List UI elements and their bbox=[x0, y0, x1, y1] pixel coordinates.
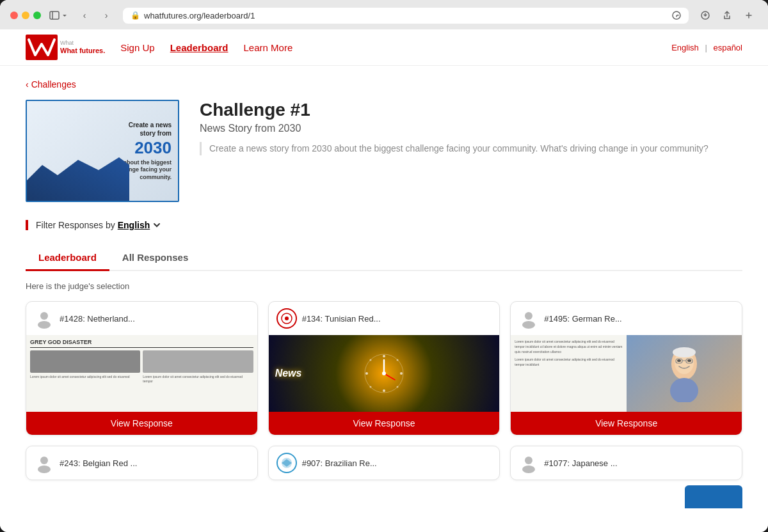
challenge-info: Challenge #1 News Story from 2030 Create… bbox=[200, 100, 742, 155]
svg-point-11 bbox=[365, 372, 368, 375]
svg-point-34 bbox=[525, 457, 532, 464]
svg-point-19 bbox=[382, 372, 386, 375]
sidebar-toggle[interactable] bbox=[49, 10, 68, 21]
svg-point-7 bbox=[285, 317, 289, 320]
back-link-text: Challenges bbox=[31, 79, 76, 90]
partial-card-243-title: #243: Belgian Red ... bbox=[60, 458, 137, 468]
url-text: whatfutures.org/leaderboard/1 bbox=[144, 11, 255, 20]
browser-chrome: ‹ › 🔒 whatfutures.org/leaderboard/1 bbox=[0, 0, 768, 29]
elder-text-content: Lorem ipsum dolor sit amet consectetur a… bbox=[511, 335, 626, 412]
address-bar[interactable]: 🔒 whatfutures.org/leaderboard/1 bbox=[123, 8, 689, 24]
lang-separator: | bbox=[705, 43, 707, 52]
svg-point-12 bbox=[400, 372, 403, 375]
response-card-1495: #1495: German Re... Lorem ipsum dolor si… bbox=[510, 301, 742, 435]
svg-point-32 bbox=[38, 465, 51, 473]
back-arrow-icon: ‹ bbox=[26, 79, 29, 90]
filter-label: Filter Responses by bbox=[36, 220, 115, 230]
svg-point-24 bbox=[677, 359, 681, 362]
svg-point-9 bbox=[383, 355, 385, 357]
brazilian-logo-icon bbox=[276, 453, 297, 473]
svg-point-4 bbox=[40, 312, 48, 320]
svg-point-15 bbox=[369, 386, 371, 388]
challenge-image: Create a news story from 2030 about the … bbox=[26, 100, 179, 202]
svg-point-31 bbox=[40, 457, 48, 464]
share-icon[interactable] bbox=[718, 6, 736, 24]
partial-card-907-title: #907: Brazilian Re... bbox=[302, 458, 377, 468]
avatar-icon-3 bbox=[34, 453, 54, 473]
tab-leaderboard[interactable]: Leaderboard bbox=[26, 246, 109, 271]
svg-point-20 bbox=[525, 312, 532, 320]
partial-card-1077-title: #1077: Japanese ... bbox=[544, 458, 617, 468]
avatar-icon-4 bbox=[518, 453, 539, 473]
partial-card-907-header: #907: Brazilian Re... bbox=[269, 446, 500, 480]
download-icon[interactable] bbox=[696, 6, 714, 24]
svg-point-10 bbox=[383, 389, 385, 392]
view-response-button-1428[interactable]: View Response bbox=[26, 412, 257, 435]
avatar-icon-2 bbox=[518, 308, 539, 329]
nav-signup[interactable]: Sign Up bbox=[120, 42, 154, 53]
chevron-down-icon bbox=[152, 221, 161, 230]
elder-photo bbox=[627, 335, 742, 412]
filter-selected: English bbox=[118, 220, 150, 230]
avatar-icon bbox=[34, 308, 54, 329]
card-1428-header: #1428: Netherland... bbox=[26, 302, 257, 335]
partial-card-243: #243: Belgian Red ... bbox=[26, 446, 258, 480]
back-button[interactable]: ‹ bbox=[76, 6, 93, 24]
svg-rect-0 bbox=[50, 12, 59, 19]
browser-window: ‹ › 🔒 whatfutures.org/leaderboard/1 bbox=[0, 0, 768, 532]
svg-point-35 bbox=[522, 465, 535, 473]
svg-point-14 bbox=[396, 359, 398, 361]
tab-all-responses[interactable]: All Responses bbox=[109, 246, 201, 271]
filter-section: Filter Responses by English bbox=[26, 220, 742, 230]
logo-icon bbox=[26, 35, 58, 60]
view-response-button-134[interactable]: View Response bbox=[269, 412, 500, 435]
card-1428-title: #1428: Netherland... bbox=[60, 314, 135, 324]
maximize-button[interactable] bbox=[33, 12, 41, 19]
judge-selection-label: Here is the judge's selection bbox=[26, 281, 742, 291]
back-to-challenges[interactable]: ‹ Challenges bbox=[26, 79, 76, 90]
svg-point-5 bbox=[38, 321, 51, 329]
lang-spanish[interactable]: español bbox=[713, 43, 742, 52]
lang-english[interactable]: English bbox=[671, 43, 699, 52]
svg-point-13 bbox=[369, 359, 371, 361]
newspaper-headline: GREY GOD DISASTER bbox=[30, 339, 253, 348]
main-nav: Sign Up Leaderboard Learn More bbox=[120, 42, 292, 53]
card-1428-image: GREY GOD DISASTER Lorem ipsum dolor sit … bbox=[26, 335, 257, 412]
svg-point-21 bbox=[522, 321, 535, 329]
challenge-subtitle: News Story from 2030 bbox=[200, 123, 742, 134]
traffic-lights bbox=[10, 12, 41, 19]
card-1495-header: #1495: German Re... bbox=[511, 302, 742, 335]
browser-navigation: ‹ › bbox=[76, 6, 115, 24]
tunisian-logo-icon bbox=[276, 308, 297, 329]
partial-card-1077-header: #1077: Japanese ... bbox=[511, 446, 742, 480]
partial-blue-button[interactable] bbox=[685, 485, 742, 508]
new-tab-icon[interactable] bbox=[740, 6, 758, 24]
challenge-section: Create a news story from 2030 about the … bbox=[26, 100, 742, 202]
forward-button[interactable]: › bbox=[97, 6, 115, 24]
card-134-header: #134: Tunisian Red... bbox=[269, 302, 500, 335]
browser-top-bar: ‹ › 🔒 whatfutures.org/leaderboard/1 bbox=[10, 6, 758, 24]
partial-cards-grid: #243: Belgian Red ... #907: Brazili bbox=[26, 446, 742, 480]
lock-icon: 🔒 bbox=[131, 11, 140, 20]
nav-learn-more[interactable]: Learn More bbox=[244, 42, 293, 53]
card-134-title: #134: Tunisian Red... bbox=[302, 314, 381, 324]
challenge-description: Create a news story from 2030 about the … bbox=[200, 142, 742, 155]
news-text: News bbox=[275, 368, 302, 379]
partial-card-907: #907: Brazilian Re... bbox=[268, 446, 500, 480]
svg-point-27 bbox=[670, 378, 698, 402]
response-cards-grid: #1428: Netherland... GREY GOD DISASTER L… bbox=[26, 301, 742, 435]
logo-futures: What futures. bbox=[60, 47, 105, 54]
minimize-button[interactable] bbox=[22, 12, 29, 19]
main-content: ‹ Challenges Create a news story from 20… bbox=[0, 66, 768, 521]
filter-dropdown[interactable]: English bbox=[118, 220, 162, 230]
partial-card-1077: #1077: Japanese ... bbox=[510, 446, 742, 480]
card-134-image: News bbox=[269, 335, 500, 412]
language-switcher: English | español bbox=[671, 43, 742, 52]
svg-point-16 bbox=[396, 386, 398, 388]
browser-actions bbox=[696, 6, 758, 24]
logo[interactable]: What What futures. bbox=[26, 35, 105, 60]
svg-point-25 bbox=[687, 359, 691, 362]
close-button[interactable] bbox=[10, 12, 18, 19]
view-response-button-1495[interactable]: View Response bbox=[511, 412, 742, 435]
nav-leaderboard[interactable]: Leaderboard bbox=[170, 42, 228, 53]
